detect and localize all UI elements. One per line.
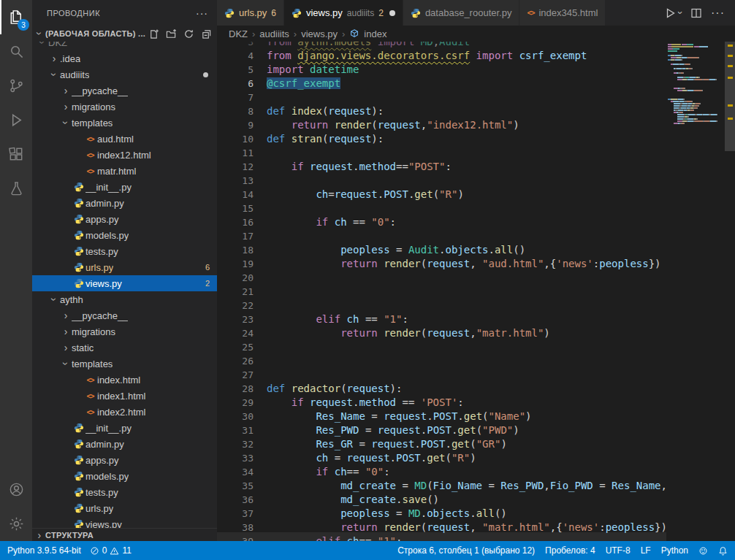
tree-item-matr-html[interactable]: <>matr.html <box>32 163 217 179</box>
tree-item-pycache[interactable]: ›__pycache__ <box>32 307 217 323</box>
tab-database-roouter-py[interactable]: database_roouter.py <box>403 0 520 26</box>
code-line-23[interactable]: 23 elif ch == "1": <box>217 312 735 326</box>
code-line-19[interactable]: 19 return render(request, "aud.html",{'n… <box>217 257 735 271</box>
breadcrumb-item-audiiits[interactable]: audiiits <box>259 28 289 39</box>
breadcrumb-item-views-py[interactable]: views.py <box>301 28 338 39</box>
code-line-32[interactable]: 32 Res_GR = request.POST.get("GR") <box>217 437 735 451</box>
horizontal-scrollbar[interactable] <box>217 532 666 541</box>
minimap[interactable] <box>666 42 725 541</box>
tree-item-admin-py[interactable]: admin.py <box>32 195 217 211</box>
encoding-item[interactable]: UTF-8 <box>606 545 631 556</box>
tree-item-admin-py[interactable]: admin.py <box>32 436 217 452</box>
tree-item-urls-py[interactable]: urls.py <box>32 500 217 516</box>
new-file-button[interactable] <box>147 27 160 40</box>
tree-item-migrations[interactable]: ›migrations <box>32 323 217 340</box>
code-line-8[interactable]: 8def index(request): <box>217 104 735 118</box>
tree-item-views-py[interactable]: views.py <box>32 516 217 528</box>
tab-urls-py[interactable]: urls.py6 <box>217 0 284 26</box>
problems-item[interactable]: 0 11 <box>90 545 132 556</box>
code-line-4[interactable]: 4from django.views.decorators.csrf impor… <box>217 49 735 63</box>
refresh-button[interactable] <box>182 27 195 40</box>
tree-item-init-py[interactable]: __init__.py <box>32 420 217 436</box>
code-line-37[interactable]: 37 peopless = MD.objects.all() <box>217 507 735 521</box>
scrollbar-thumb[interactable] <box>725 42 735 151</box>
run-dropdown-button[interactable]: › <box>674 11 685 14</box>
tree-item-idea[interactable]: ›.idea <box>32 50 217 66</box>
tree-item-index-html[interactable]: <>index.html <box>32 372 217 388</box>
tree-item-tests-py[interactable]: tests.py <box>32 243 217 259</box>
tree-item-apps-py[interactable]: apps.py <box>32 211 217 227</box>
tree-item-templates[interactable]: ›templates <box>32 115 217 131</box>
code-line-6[interactable]: 6@csrf_exempt <box>217 77 735 91</box>
notifications-button[interactable] <box>718 546 728 556</box>
tree-item-dkz[interactable]: ›DKZ <box>32 42 217 50</box>
code-line-31[interactable]: 31 Res_PWD = request.POST.get("PWD") <box>217 423 735 437</box>
code-editor[interactable]: 3from aythh.models import MD,Audit4from … <box>217 42 735 541</box>
code-line-27[interactable]: 27 <box>217 368 735 382</box>
views-and-more-actions-button[interactable]: ··· <box>196 7 208 19</box>
tree-item-aud-html[interactable]: <>aud.html <box>32 131 217 147</box>
code-line-36[interactable]: 36 md_create.save() <box>217 493 735 507</box>
indentation-item[interactable]: Пробелов: 4 <box>545 545 595 556</box>
tree-item-index12-html[interactable]: <>index12.html <box>32 147 217 163</box>
code-line-12[interactable]: 12 if request.method=="POST": <box>217 160 735 174</box>
split-editor-button[interactable] <box>690 7 702 19</box>
code-line-3[interactable]: 3from aythh.models import MD,Audit <box>217 42 735 49</box>
activity-testing-button[interactable] <box>0 172 32 206</box>
code-line-11[interactable]: 11 <box>217 146 735 160</box>
tree-item-audiiits[interactable]: ›audiiits <box>32 66 217 83</box>
feedback-button[interactable] <box>698 546 708 556</box>
collapse-folders-button[interactable] <box>199 27 213 40</box>
tree-item-migrations[interactable]: ›migrations <box>32 99 217 115</box>
code-line-15[interactable]: 15 <box>217 202 735 215</box>
eol-item[interactable]: LF <box>641 545 651 556</box>
code-line-7[interactable]: 7 <box>217 91 735 104</box>
more-editor-actions-button[interactable]: ··· <box>711 7 725 20</box>
code-line-17[interactable]: 17 <box>217 229 735 243</box>
breadcrumb-item-index[interactable]: index <box>364 28 386 39</box>
tree-item-models-py[interactable]: models.py <box>32 227 217 243</box>
code-line-30[interactable]: 30 Res_Name = request.POST.get("Name") <box>217 410 735 423</box>
tree-item-templates[interactable]: ›templates <box>32 356 217 372</box>
activity-extensions-button[interactable] <box>0 137 32 172</box>
tree-item-urls-py[interactable]: urls.py6 <box>32 259 217 275</box>
code-line-9[interactable]: 9 return render(request,"index12.html") <box>217 118 735 132</box>
code-line-24[interactable]: 24 return render(request,"matr.html") <box>217 326 735 340</box>
code-line-22[interactable]: 22 <box>217 299 735 312</box>
breadcrumb-item-dkz[interactable]: DKZ <box>229 28 248 39</box>
code-line-25[interactable]: 25 <box>217 340 735 354</box>
tree-item-apps-py[interactable]: apps.py <box>32 452 217 468</box>
outline-section-header[interactable]: › СТРУКТУРА <box>32 528 217 541</box>
tree-item-index2-html[interactable]: <>index2.html <box>32 404 217 420</box>
tree-item-pycache[interactable]: ›__pycache__ <box>32 83 217 99</box>
code-line-14[interactable]: 14 ch=request.POST.get("R") <box>217 188 735 202</box>
vertical-scrollbar[interactable] <box>725 42 735 541</box>
code-line-18[interactable]: 18 peopless = Audit.objects.all() <box>217 243 735 257</box>
activity-explorer-button[interactable]: 3 <box>0 0 32 34</box>
run-python-file-button[interactable] <box>664 7 676 19</box>
code-line-26[interactable]: 26 <box>217 354 735 368</box>
account-button[interactable] <box>0 472 32 507</box>
tree-item-static[interactable]: ›static <box>32 340 217 356</box>
tree-item-index1-html[interactable]: <>index1.html <box>32 388 217 404</box>
code-line-29[interactable]: 29 if request.method == 'POST': <box>217 396 735 410</box>
language-mode-item[interactable]: Python <box>661 545 688 556</box>
activity-source-control-button[interactable] <box>0 69 32 103</box>
activity-search-button[interactable] <box>0 34 32 69</box>
code-line-13[interactable]: 13 <box>217 174 735 188</box>
tree-item-views-py[interactable]: views.py2 <box>32 275 217 291</box>
tab-index345-html[interactable]: <>index345.html <box>519 0 606 26</box>
tab-views-py[interactable]: views.pyaudiiits2 <box>284 0 403 26</box>
code-line-20[interactable]: 20 <box>217 271 735 285</box>
tree-item-init-py[interactable]: __init__.py <box>32 179 217 195</box>
tree-item-models-py[interactable]: models.py <box>32 468 217 484</box>
tree-item-aythh[interactable]: ›aythh <box>32 291 217 307</box>
new-folder-button[interactable] <box>164 27 178 40</box>
code-line-21[interactable]: 21 <box>217 285 735 299</box>
activity-run-debug-button[interactable] <box>0 103 32 137</box>
code-line-35[interactable]: 35 md_create = MD(Fio_Name = Res_PWD,Fio… <box>217 479 735 493</box>
code-line-10[interactable]: 10def stran(request): <box>217 132 735 146</box>
python-interpreter-item[interactable]: Python 3.9.5 64-bit <box>7 545 81 556</box>
code-line-5[interactable]: 5 import datetime <box>217 63 735 77</box>
tree-item-tests-py[interactable]: tests.py <box>32 484 217 500</box>
